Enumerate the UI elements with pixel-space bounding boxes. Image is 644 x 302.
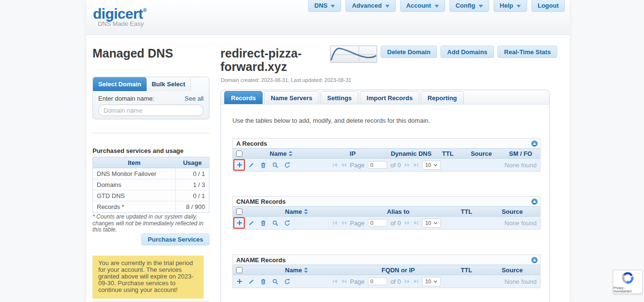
tab-select-domain[interactable]: Select Domain	[93, 77, 147, 91]
chevron-down-icon	[479, 2, 483, 9]
add-record-button[interactable]	[236, 162, 243, 168]
add-domains-button[interactable]: Add Domains	[440, 46, 494, 58]
edit-pencil-icon[interactable]	[248, 162, 255, 168]
previous-page-icon[interactable]	[341, 279, 346, 284]
trial-notice: You are currently in the trial period fo…	[92, 256, 204, 299]
column-header-ttl[interactable]: TTL	[434, 150, 461, 157]
aname-records-header-row: Name FQDN or IP TTL Source	[233, 265, 540, 275]
refresh-icon[interactable]	[284, 220, 291, 226]
select-all-checkbox[interactable]	[236, 267, 242, 273]
page-size-value: 10	[425, 162, 431, 168]
first-page-icon[interactable]	[332, 221, 337, 225]
page-size-select[interactable]: 10	[422, 219, 440, 228]
column-header-name[interactable]: Name	[245, 150, 317, 157]
next-page-icon[interactable]	[404, 163, 410, 167]
chevron-down-icon	[435, 2, 439, 9]
add-record-button[interactable]	[236, 220, 243, 226]
next-page-icon[interactable]	[404, 221, 410, 225]
chevron-down-icon	[385, 2, 390, 9]
column-header-alias-to[interactable]: Alias to	[348, 208, 448, 215]
table-row: GTD DNS 0 / 1	[93, 190, 209, 201]
first-page-icon[interactable]	[332, 163, 337, 167]
column-header-ip[interactable]: IP	[317, 150, 388, 157]
empty-state-text: None found	[505, 278, 537, 285]
add-record-button[interactable]	[236, 278, 243, 285]
records-intro-text: Use the tables below to add, modify, and…	[232, 117, 540, 124]
search-icon[interactable]	[272, 278, 279, 285]
column-header-fqdn-or-ip[interactable]: FQDN or IP	[348, 267, 448, 274]
logo-tagline: DNS Made Easy	[93, 20, 147, 27]
nav-menu-dns[interactable]: DNS	[308, 0, 341, 12]
select-all-checkbox[interactable]	[236, 209, 242, 215]
page-number-input[interactable]	[368, 278, 387, 285]
next-page-icon[interactable]	[404, 279, 410, 284]
see-all-link[interactable]: See all	[184, 95, 204, 102]
collapse-up-icon[interactable]	[531, 198, 538, 205]
top-navigation: DNS Advanced Account Config Help Logout	[308, 0, 565, 12]
nav-menu-config[interactable]: Config	[449, 0, 489, 12]
column-header-source[interactable]: Source	[484, 267, 540, 274]
tab-reporting[interactable]: Reporting	[421, 91, 463, 104]
collapse-up-icon[interactable]	[531, 140, 538, 147]
recaptcha-privacy-terms[interactable]: Privacy - Voorwaarden	[613, 286, 642, 293]
usage-footnote: * Counts are updated in our system daily…	[92, 214, 210, 233]
page-number-input[interactable]	[368, 219, 387, 227]
logo-brand: digicert	[93, 6, 143, 22]
column-header-sm-fo[interactable]: SM / FO	[501, 150, 540, 157]
edit-pencil-icon[interactable]	[248, 278, 255, 285]
select-all-checkbox[interactable]	[236, 151, 242, 157]
column-header-name[interactable]: Name	[245, 208, 348, 215]
page-size-select[interactable]: 10	[422, 277, 440, 286]
tab-settings[interactable]: Settings	[321, 91, 358, 104]
search-icon[interactable]	[272, 162, 279, 168]
last-page-icon[interactable]	[413, 279, 418, 284]
delete-trash-icon[interactable]	[260, 278, 267, 285]
search-icon[interactable]	[272, 220, 279, 226]
delete-trash-icon[interactable]	[260, 162, 267, 168]
previous-page-icon[interactable]	[341, 221, 346, 225]
first-page-icon[interactable]	[332, 279, 337, 284]
column-label: Name	[270, 150, 287, 157]
refresh-icon[interactable]	[284, 162, 291, 168]
tab-bulk-select[interactable]: Bulk Select	[147, 77, 191, 91]
pagination: Page of 0 10	[332, 161, 440, 170]
delete-domain-button[interactable]: Delete Domain	[380, 46, 437, 58]
tab-import-records[interactable]: Import Records	[360, 91, 419, 104]
nav-menu-account[interactable]: Account	[400, 0, 445, 12]
last-page-icon[interactable]	[413, 163, 418, 167]
usage-item: Records *	[93, 203, 175, 210]
page-size-select[interactable]: 10	[422, 161, 440, 170]
tab-records[interactable]: Records	[224, 91, 263, 104]
table-row: DNS Monitor Failover 0 / 1	[93, 168, 209, 179]
tab-name-servers[interactable]: Name Servers	[264, 91, 319, 104]
column-header-dynamic-dns[interactable]: Dynamic DNS	[388, 150, 434, 157]
column-header-source[interactable]: Source	[461, 150, 501, 157]
cname-records-header-row: Name Alias to TTL Source	[233, 206, 540, 217]
section-title: A Records	[236, 140, 267, 147]
column-header-ttl[interactable]: TTL	[448, 208, 484, 215]
page-number-input[interactable]	[368, 161, 387, 169]
section-title: ANAME Records	[236, 256, 286, 264]
nav-label: Account	[406, 2, 431, 9]
domain-name-input[interactable]	[98, 105, 204, 116]
column-header-ttl[interactable]: TTL	[448, 267, 484, 274]
logout-button[interactable]: Logout	[531, 0, 565, 12]
domain-select-tabs: Select Domain Bulk Select	[93, 77, 209, 91]
page-label: Page	[350, 162, 364, 169]
refresh-icon[interactable]	[284, 278, 291, 285]
traffic-sparkline-chart[interactable]	[330, 46, 377, 63]
usage-heading: Purchased services and usage	[92, 147, 184, 154]
nav-menu-help[interactable]: Help	[494, 0, 527, 12]
real-time-stats-button[interactable]: Real-Time Stats	[497, 46, 557, 58]
previous-page-icon[interactable]	[341, 163, 346, 167]
collapse-up-icon[interactable]	[531, 257, 538, 263]
column-header-source[interactable]: Source	[484, 208, 540, 215]
purchase-services-button[interactable]: Purchase Services	[141, 233, 209, 245]
aname-records-toolbar: Page of 0 10 None found	[233, 275, 540, 288]
column-header-name[interactable]: Name	[245, 267, 348, 274]
recaptcha-badge[interactable]: Privacy - Voorwaarden	[613, 270, 643, 294]
edit-pencil-icon[interactable]	[248, 220, 255, 226]
nav-menu-advanced[interactable]: Advanced	[345, 0, 395, 12]
delete-trash-icon[interactable]	[260, 220, 267, 226]
last-page-icon[interactable]	[413, 221, 418, 225]
